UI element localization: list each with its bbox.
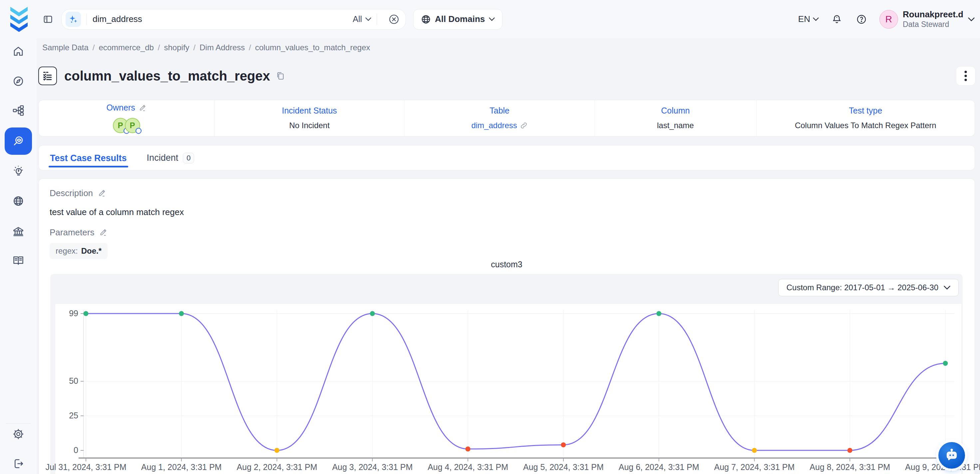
line-chart[interactable]: 0255099Jul 31, 2024, 3:31 PMAug 1, 2024,… bbox=[55, 304, 961, 474]
sidebar-item-observability[interactable] bbox=[5, 127, 32, 155]
owners-label: Owners bbox=[107, 103, 135, 113]
incident-status-label: Incident Status bbox=[282, 106, 337, 116]
data-point-failed[interactable] bbox=[848, 448, 853, 453]
chevron-down-icon bbox=[489, 17, 495, 21]
table-link[interactable]: dim_address bbox=[471, 121, 527, 130]
x-axis-tick-label: Aug 1, 2024, 3:31 PM bbox=[141, 462, 222, 472]
edit-parameters-button[interactable] bbox=[99, 228, 108, 237]
breadcrumb-separator: / bbox=[158, 43, 160, 52]
data-point-success[interactable] bbox=[179, 311, 184, 316]
edit-description-button[interactable] bbox=[97, 189, 106, 197]
x-axis-tick-label: Aug 2, 2024, 3:31 PM bbox=[237, 462, 317, 472]
x-axis-tick-label: Aug 4, 2024, 3:31 PM bbox=[428, 462, 508, 472]
search-eye-icon bbox=[12, 135, 24, 147]
pencil-icon bbox=[97, 189, 106, 197]
data-point-success[interactable] bbox=[943, 361, 948, 366]
sidebar-item-domains[interactable] bbox=[5, 188, 32, 215]
title-row: column_values_to_match_regex bbox=[38, 60, 975, 92]
description-text: test value of a column match regex bbox=[49, 207, 964, 217]
globe-icon bbox=[421, 14, 431, 24]
tab-label: Test Case Results bbox=[50, 153, 127, 164]
chart-panel: Custom Range: 2017-05-01 → 2025-06-30 02… bbox=[50, 274, 963, 474]
sidebar-item-settings[interactable] bbox=[5, 420, 32, 448]
language-selector[interactable]: EN bbox=[798, 14, 819, 24]
tab-label: Incident bbox=[147, 153, 178, 163]
summary-incident-status: Incident Status No Incident bbox=[215, 100, 404, 136]
data-point-failed[interactable] bbox=[561, 442, 566, 447]
breadcrumb-item[interactable]: Dim Address bbox=[199, 43, 245, 52]
data-point-success[interactable] bbox=[84, 311, 89, 316]
edit-owners-button[interactable] bbox=[138, 104, 146, 112]
chevron-down-icon bbox=[944, 286, 950, 289]
chart-plot-area[interactable]: 0255099Jul 31, 2024, 3:31 PMAug 1, 2024,… bbox=[55, 304, 961, 472]
data-point-failed[interactable] bbox=[466, 446, 471, 451]
sidebar-item-glossary[interactable] bbox=[5, 247, 32, 274]
pencil-icon bbox=[138, 104, 146, 112]
parameters-section-label: Parameters bbox=[49, 227, 964, 238]
sidebar-item-home[interactable] bbox=[5, 38, 32, 65]
data-point-success[interactable] bbox=[656, 311, 661, 316]
page-content: Sample Data/ecommerce_db/shopify/Dim Add… bbox=[37, 38, 980, 474]
bell-icon bbox=[832, 14, 842, 25]
global-search-bar[interactable]: All bbox=[61, 9, 406, 30]
user-menu[interactable]: R Rounakpreet.d Data Steward bbox=[880, 9, 975, 29]
domains-dropdown-button[interactable]: All Domains bbox=[413, 9, 503, 30]
lightbulb-icon bbox=[12, 165, 24, 177]
sidebar-toggle-button[interactable] bbox=[41, 12, 55, 27]
search-input[interactable] bbox=[92, 14, 353, 25]
user-avatar: R bbox=[880, 10, 898, 29]
compass-icon bbox=[12, 75, 24, 87]
breadcrumb-item[interactable]: shopify bbox=[164, 43, 189, 52]
search-scope-dropdown[interactable]: All bbox=[353, 14, 371, 24]
sidebar-item-logout[interactable] bbox=[5, 450, 32, 474]
tab-test-case-results[interactable]: Test Case Results bbox=[49, 153, 128, 170]
breadcrumb-item[interactable]: Sample Data bbox=[42, 43, 89, 52]
panel-left-icon bbox=[43, 14, 53, 24]
more-actions-button[interactable] bbox=[956, 67, 975, 85]
chatbot-fab-button[interactable] bbox=[939, 442, 965, 469]
test-case-icon bbox=[38, 67, 57, 85]
likecount-line bbox=[86, 313, 945, 450]
breadcrumb-separator: / bbox=[249, 43, 251, 52]
help-button[interactable] bbox=[855, 13, 868, 26]
copy-button[interactable] bbox=[275, 71, 285, 81]
table-value: dim_address bbox=[471, 121, 517, 130]
sidebar-item-insights[interactable] bbox=[5, 157, 32, 185]
column-label: Column bbox=[661, 106, 690, 116]
app-logo-icon[interactable] bbox=[7, 6, 31, 32]
parameter-value: Doe.* bbox=[81, 247, 102, 256]
tabs-bar: Test Case Results Incident 0 bbox=[38, 145, 975, 170]
sidebar-item-govern[interactable] bbox=[5, 218, 32, 245]
breadcrumb-item[interactable]: ecommerce_db bbox=[99, 43, 154, 52]
tab-incident[interactable]: Incident 0 bbox=[146, 153, 196, 170]
test-type-value: Column Values To Match Regex Pattern bbox=[795, 121, 936, 130]
logout-icon bbox=[12, 458, 24, 470]
date-range-label: Custom Range: 2017-05-01 → 2025-06-30 bbox=[786, 283, 939, 292]
summary-table: Table dim_address bbox=[404, 100, 595, 136]
search-clear-button[interactable] bbox=[388, 14, 399, 25]
y-axis-tick-label: 0 bbox=[73, 445, 78, 455]
data-point-success[interactable] bbox=[370, 311, 375, 316]
sidebar-item-lineage[interactable] bbox=[5, 97, 32, 124]
table-label: Table bbox=[490, 106, 509, 116]
book-icon bbox=[12, 254, 24, 267]
incident-status-value: No Incident bbox=[289, 121, 329, 130]
home-icon bbox=[12, 45, 24, 57]
summary-owners: Owners PP bbox=[39, 100, 215, 136]
parameter-pill: regex: Doe.* bbox=[49, 243, 108, 259]
chevron-down-icon bbox=[365, 17, 371, 21]
parameter-key: regex: bbox=[56, 247, 78, 256]
data-point-aborted[interactable] bbox=[752, 448, 757, 453]
data-point-aborted[interactable] bbox=[274, 448, 279, 453]
gear-icon bbox=[12, 428, 24, 440]
topbar: All All Domains EN bbox=[37, 0, 980, 38]
summary-test-type: Test type Column Values To Match Regex P… bbox=[757, 100, 975, 136]
divider bbox=[86, 14, 87, 25]
owner-avatar[interactable]: P bbox=[125, 118, 140, 133]
date-range-dropdown[interactable]: Custom Range: 2017-05-01 → 2025-06-30 bbox=[778, 279, 959, 296]
sidebar bbox=[0, 0, 37, 474]
x-axis-tick-label: Jul 31, 2024, 3:31 PM bbox=[45, 462, 126, 472]
description-section-label: Description bbox=[49, 188, 964, 199]
sidebar-item-explore[interactable] bbox=[5, 68, 32, 95]
notifications-button[interactable] bbox=[830, 13, 843, 26]
